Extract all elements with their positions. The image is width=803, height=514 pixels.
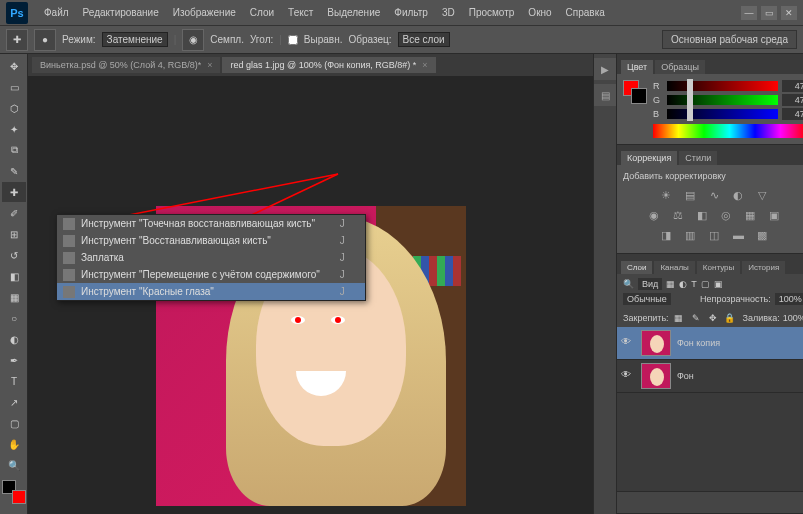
- menu-help[interactable]: Справка: [560, 3, 611, 22]
- tab-close-icon[interactable]: ×: [207, 60, 212, 70]
- menu-select[interactable]: Выделение: [321, 3, 386, 22]
- b-value[interactable]: 47: [782, 108, 803, 120]
- layer-item[interactable]: Фон копия: [617, 327, 803, 360]
- adj-vibrance-icon[interactable]: ▽: [753, 187, 771, 203]
- layer-item[interactable]: Фон: [617, 360, 803, 393]
- channels-tab[interactable]: Каналы: [654, 261, 694, 274]
- workspace-switcher[interactable]: Основная рабочая среда: [662, 30, 797, 49]
- lasso-tool[interactable]: ⬡: [2, 98, 26, 118]
- shape-tool[interactable]: ▢: [2, 413, 26, 433]
- menu-window[interactable]: Окно: [522, 3, 557, 22]
- path-tool[interactable]: ↗: [2, 392, 26, 412]
- blend-mode-select[interactable]: Обычные: [623, 293, 671, 305]
- blur-tool[interactable]: ○: [2, 308, 26, 328]
- flyout-content-aware-move[interactable]: Инструмент "Перемещение с учётом содержи…: [57, 266, 365, 283]
- history-brush-tool[interactable]: ↺: [2, 245, 26, 265]
- filter-icon[interactable]: 🔍: [623, 279, 634, 289]
- layer-thumbnail[interactable]: [641, 363, 671, 389]
- mode-select[interactable]: Затемнение: [102, 32, 168, 47]
- adj-threshold-icon[interactable]: ◫: [705, 227, 723, 243]
- hand-tool[interactable]: ✋: [2, 434, 26, 454]
- lock-position-icon[interactable]: ✥: [706, 311, 720, 325]
- r-slider[interactable]: [667, 81, 778, 91]
- filter-pixel-icon[interactable]: ▦: [666, 279, 675, 289]
- adj-bw-icon[interactable]: ◧: [693, 207, 711, 223]
- adj-lookup-icon[interactable]: ▣: [765, 207, 783, 223]
- align-checkbox[interactable]: [288, 35, 298, 45]
- lock-transparency-icon[interactable]: ▦: [672, 311, 686, 325]
- layers-tab[interactable]: Слои: [621, 261, 652, 274]
- adj-selective-icon[interactable]: ▩: [753, 227, 771, 243]
- zoom-tool[interactable]: 🔍: [2, 455, 26, 475]
- tool-preset-icon[interactable]: ✚: [6, 29, 28, 51]
- healing-tool[interactable]: ✚: [2, 182, 26, 202]
- document-tab-2[interactable]: red glas 1.jpg @ 100% (Фон копия, RGB/8#…: [222, 57, 435, 73]
- adjustments-tab[interactable]: Коррекция: [621, 151, 677, 165]
- menu-image[interactable]: Изображение: [167, 3, 242, 22]
- panel-color-swatch[interactable]: [623, 80, 647, 104]
- move-tool[interactable]: ✥: [2, 56, 26, 76]
- menu-text[interactable]: Текст: [282, 3, 319, 22]
- close-button[interactable]: ✕: [781, 6, 797, 20]
- menu-3d[interactable]: 3D: [436, 3, 461, 22]
- r-value[interactable]: 47: [782, 80, 803, 92]
- history-tab[interactable]: История: [742, 261, 785, 274]
- sample-layers-select[interactable]: Все слои: [398, 32, 450, 47]
- fill-value[interactable]: 100%: [783, 313, 803, 323]
- swatches-tab[interactable]: Образцы: [655, 60, 705, 74]
- brush-tool[interactable]: ✐: [2, 203, 26, 223]
- color-tab[interactable]: Цвет: [621, 60, 653, 74]
- gradient-tool[interactable]: ▦: [2, 287, 26, 307]
- maximize-button[interactable]: ▭: [761, 6, 777, 20]
- background-color[interactable]: [12, 490, 26, 504]
- strip-icon-2[interactable]: ▤: [594, 84, 616, 106]
- source-icon[interactable]: ◉: [182, 29, 204, 51]
- opacity-value[interactable]: 100%: [775, 293, 803, 305]
- adj-hue-icon[interactable]: ◉: [645, 207, 663, 223]
- layer-visibility-icon[interactable]: [621, 369, 635, 383]
- adj-gradient-map-icon[interactable]: ▬: [729, 227, 747, 243]
- brush-preset-icon[interactable]: ●: [34, 29, 56, 51]
- flyout-red-eye[interactable]: Инструмент "Красные глаза"J: [57, 283, 365, 300]
- lock-all-icon[interactable]: 🔒: [723, 311, 737, 325]
- adj-balance-icon[interactable]: ⚖: [669, 207, 687, 223]
- filter-smart-icon[interactable]: ▣: [714, 279, 723, 289]
- adj-levels-icon[interactable]: ▤: [681, 187, 699, 203]
- adj-mixer-icon[interactable]: ▦: [741, 207, 759, 223]
- flyout-patch[interactable]: ЗаплаткаJ: [57, 249, 365, 266]
- strip-icon-1[interactable]: ▶: [594, 58, 616, 80]
- layer-thumbnail[interactable]: [641, 330, 671, 356]
- flyout-spot-healing[interactable]: Инструмент "Точечная восстанавливающая к…: [57, 215, 365, 232]
- menu-filter[interactable]: Фильтр: [388, 3, 434, 22]
- filter-text-icon[interactable]: T: [691, 279, 697, 289]
- layer-name[interactable]: Фон: [677, 371, 694, 381]
- filter-adj-icon[interactable]: ◐: [679, 279, 687, 289]
- adj-posterize-icon[interactable]: ▥: [681, 227, 699, 243]
- marquee-tool[interactable]: ▭: [2, 77, 26, 97]
- tab-close-icon[interactable]: ×: [422, 60, 427, 70]
- wand-tool[interactable]: ✦: [2, 119, 26, 139]
- menu-layers[interactable]: Слои: [244, 3, 280, 22]
- pen-tool[interactable]: ✒: [2, 350, 26, 370]
- eraser-tool[interactable]: ◧: [2, 266, 26, 286]
- styles-tab[interactable]: Стили: [679, 151, 717, 165]
- document-tab-1[interactable]: Виньетка.psd @ 50% (Слой 4, RGB/8)* ×: [32, 57, 220, 73]
- lock-paint-icon[interactable]: ✎: [689, 311, 703, 325]
- crop-tool[interactable]: ⧉: [2, 140, 26, 160]
- filter-shape-icon[interactable]: ▢: [701, 279, 710, 289]
- g-slider[interactable]: [667, 95, 778, 105]
- adj-brightness-icon[interactable]: ☀: [657, 187, 675, 203]
- layer-visibility-icon[interactable]: [621, 336, 635, 350]
- spectrum-ramp[interactable]: [653, 124, 803, 138]
- adj-exposure-icon[interactable]: ◐: [729, 187, 747, 203]
- layer-name[interactable]: Фон копия: [677, 338, 720, 348]
- filter-type-select[interactable]: Вид: [638, 278, 662, 290]
- adj-invert-icon[interactable]: ◨: [657, 227, 675, 243]
- stamp-tool[interactable]: ⊞: [2, 224, 26, 244]
- menu-edit[interactable]: Редактирование: [77, 3, 165, 22]
- color-swatches[interactable]: [2, 480, 26, 504]
- eyedropper-tool[interactable]: ✎: [2, 161, 26, 181]
- b-slider[interactable]: [667, 109, 778, 119]
- adj-curves-icon[interactable]: ∿: [705, 187, 723, 203]
- flyout-healing-brush[interactable]: Инструмент "Восстанавливающая кисть"J: [57, 232, 365, 249]
